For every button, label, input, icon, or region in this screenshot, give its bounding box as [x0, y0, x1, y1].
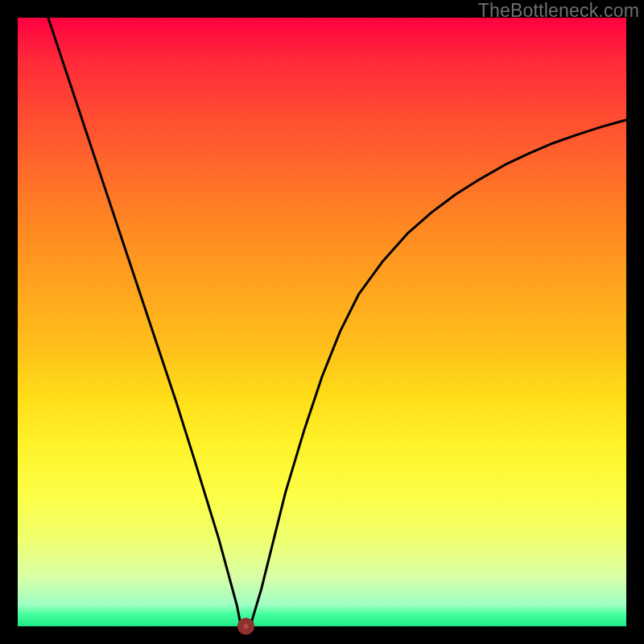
watermark-text: TheBottleneck.com — [478, 0, 639, 22]
chart-container: TheBottleneck.com — [0, 0, 644, 644]
bottleneck-curve — [48, 18, 626, 623]
curve-layer — [18, 18, 626, 626]
minimum-marker — [241, 621, 252, 632]
